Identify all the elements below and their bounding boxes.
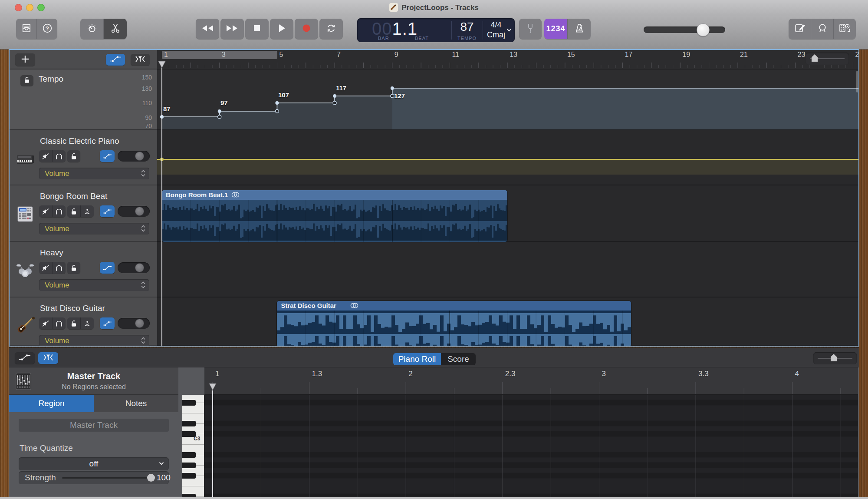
editor-zoom-slider[interactable]: [813, 352, 857, 364]
solo-button[interactable]: [53, 150, 66, 162]
library-button[interactable]: [16, 19, 37, 39]
titlebar[interactable]: ProjectLoops - Tracks: [0, 0, 868, 15]
region-header[interactable]: Strat Disco Guitar: [277, 301, 631, 311]
playhead[interactable]: [161, 62, 162, 346]
editors-button[interactable]: [104, 19, 127, 39]
track-volume-fader[interactable]: [118, 151, 150, 162]
lock-button[interactable]: [67, 150, 80, 162]
input-monitoring-button[interactable]: [81, 205, 94, 217]
piano-roll-grid[interactable]: [204, 395, 858, 497]
track-volume-fader[interactable]: [118, 206, 150, 217]
catch-playhead-button[interactable]: [131, 54, 150, 66]
lcd-chevron-down-icon[interactable]: [505, 26, 513, 36]
tracks-zoom-thumb[interactable]: [812, 54, 818, 62]
solo-button[interactable]: [53, 205, 66, 217]
region-strat-disco-guitar[interactable]: Strat Disco Guitar: [277, 301, 631, 346]
master-volume-knob[interactable]: [697, 23, 710, 36]
track-volume-fader-knob[interactable]: [135, 152, 144, 161]
track-header-classic-electric-piano[interactable]: Classic Electric Piano Volume: [10, 130, 157, 185]
tempo-track-header[interactable]: Tempo 1501301109070: [10, 69, 157, 130]
add-track-button[interactable]: [15, 53, 35, 66]
lcd-display[interactable]: 001.1 BAR BEAT 87 TEMPO 4/4 Cmaj: [357, 18, 515, 42]
cycle-button[interactable]: [319, 19, 343, 39]
black-key[interactable]: [182, 494, 196, 498]
black-key[interactable]: [182, 463, 196, 468]
mute-button[interactable]: [39, 205, 53, 217]
black-key[interactable]: [182, 473, 196, 479]
tempo-point-value[interactable]: 97: [220, 99, 228, 106]
black-key[interactable]: [182, 421, 196, 426]
mute-button[interactable]: [39, 317, 53, 329]
track-automation-button[interactable]: [100, 205, 115, 217]
automation-parameter-select[interactable]: Volume: [39, 335, 149, 347]
editor-zoom-thumb[interactable]: [831, 354, 837, 361]
stop-button[interactable]: [245, 19, 269, 39]
track-volume-fader[interactable]: [118, 318, 150, 329]
lock-button[interactable]: [67, 262, 80, 274]
bar-ruler[interactable]: 135791113151719212325: [157, 50, 858, 69]
quick-help-button[interactable]: ?: [37, 19, 57, 39]
volume-automation-line[interactable]: [157, 159, 858, 175]
black-key[interactable]: [182, 400, 196, 406]
count-in-button[interactable]: 1234: [544, 19, 568, 39]
piano-keyboard[interactable]: C3: [182, 395, 204, 497]
editor-catch-button[interactable]: [38, 352, 58, 364]
record-button[interactable]: [295, 19, 318, 39]
tempo-point-value[interactable]: 87: [163, 105, 171, 112]
tempo-point-value[interactable]: 107: [278, 91, 289, 99]
track-lane[interactable]: [157, 130, 858, 185]
strength-slider-track[interactable]: [62, 477, 154, 479]
notepad-button[interactable]: [789, 19, 811, 39]
master-volume-slider[interactable]: [644, 26, 725, 33]
solo-button[interactable]: [53, 262, 66, 274]
tempo-automation-curve[interactable]: [157, 69, 858, 130]
media-browser-button[interactable]: [834, 19, 856, 39]
playhead-marker[interactable]: [158, 61, 166, 68]
region-bongo-room-beat-1[interactable]: Bongo Room Beat.1: [162, 190, 507, 242]
smart-controls-button[interactable]: [80, 19, 104, 39]
input-monitoring-button[interactable]: [81, 317, 94, 329]
editor-playhead[interactable]: [212, 390, 213, 497]
forward-button[interactable]: [220, 19, 244, 39]
automation-parameter-select[interactable]: Volume: [39, 279, 149, 291]
show-automation-button[interactable]: [106, 54, 125, 66]
inspector-tab-notes[interactable]: Notes: [94, 395, 178, 412]
strength-slider-knob[interactable]: [147, 474, 155, 482]
track-header-strat-disco-guitar[interactable]: Strat Disco Guitar Volume: [10, 297, 157, 346]
track-header-bongo-room-beat[interactable]: Bongo Room Beat Volume: [10, 185, 157, 242]
track-automation-button[interactable]: [100, 150, 115, 162]
track-lane[interactable]: [157, 242, 858, 297]
track-name[interactable]: Bongo Room Beat: [40, 192, 107, 201]
track-automation-button[interactable]: [100, 317, 115, 329]
track-header-heavy[interactable]: Heavy Volume: [10, 242, 157, 297]
solo-button[interactable]: [53, 317, 66, 329]
tempo-lock-button[interactable]: [20, 75, 33, 86]
track-volume-fader-knob[interactable]: [135, 207, 144, 216]
track-volume-fader[interactable]: [118, 262, 150, 273]
track-name[interactable]: Classic Electric Piano: [40, 136, 119, 146]
mute-button[interactable]: [39, 262, 53, 274]
track-volume-fader-knob[interactable]: [135, 263, 144, 272]
automation-parameter-select[interactable]: Volume: [39, 168, 149, 179]
editor-automation-button[interactable]: [15, 352, 35, 364]
inspector-tab-region[interactable]: Region: [9, 395, 94, 412]
black-key[interactable]: [182, 452, 196, 458]
master-track-button[interactable]: Master Track: [19, 419, 169, 432]
tuner-button[interactable]: [519, 19, 542, 39]
automation-parameter-select[interactable]: Volume: [39, 223, 149, 235]
lock-button[interactable]: [67, 205, 81, 217]
lock-button[interactable]: [67, 317, 81, 329]
loop-browser-button[interactable]: [811, 19, 834, 39]
metronome-button[interactable]: [568, 19, 591, 39]
tempo-point-value[interactable]: 117: [336, 84, 346, 92]
editor-playhead-marker[interactable]: [209, 383, 217, 390]
cycle-range[interactable]: [162, 51, 277, 59]
editor-beat-ruler[interactable]: 11.322.333.34: [204, 367, 858, 395]
track-automation-button[interactable]: [100, 262, 115, 274]
track-name[interactable]: Strat Disco Guitar: [40, 304, 105, 313]
tempo-point-value[interactable]: 127: [394, 92, 405, 99]
time-quantize-dropdown[interactable]: off: [19, 457, 169, 470]
mute-button[interactable]: [39, 150, 53, 162]
tracks-zoom-slider[interactable]: [806, 53, 849, 65]
view-tab-score[interactable]: Score: [441, 353, 476, 365]
